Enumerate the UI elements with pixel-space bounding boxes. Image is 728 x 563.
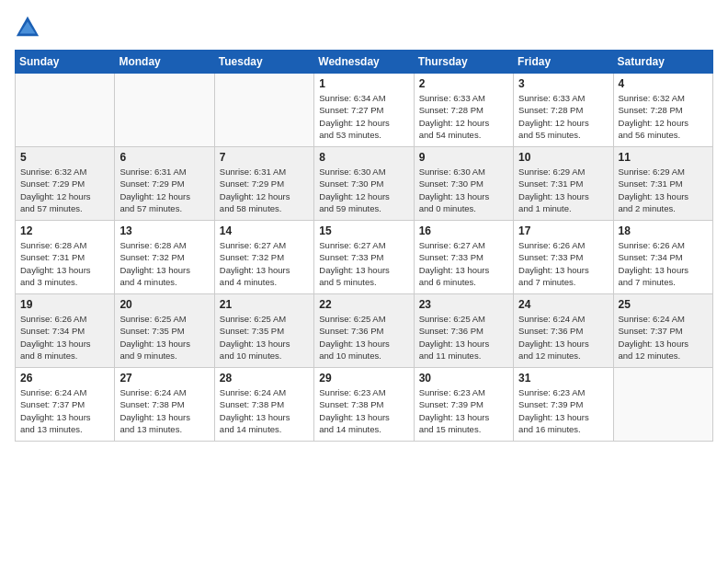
day-number: 11 [619,151,708,164]
day-info: Sunrise: 6:24 AM Sunset: 7:36 PM Dayligh… [518,313,608,362]
day-info: Sunrise: 6:24 AM Sunset: 7:38 PM Dayligh… [119,386,209,435]
calendar-cell: 29Sunrise: 6:23 AM Sunset: 7:38 PM Dayli… [314,368,414,442]
day-number: 6 [119,151,209,164]
day-number: 16 [419,224,508,237]
calendar-cell: 19Sunrise: 6:26 AM Sunset: 7:34 PM Dayli… [16,294,115,368]
day-info: Sunrise: 6:23 AM Sunset: 7:38 PM Dayligh… [319,386,408,435]
day-number: 30 [419,372,508,385]
calendar-cell [613,368,712,442]
header-tuesday: Tuesday [214,51,313,74]
calendar-cell: 5Sunrise: 6:32 AM Sunset: 7:29 PM Daylig… [16,147,115,221]
header-thursday: Thursday [414,51,513,74]
calendar-cell: 6Sunrise: 6:31 AM Sunset: 7:29 PM Daylig… [115,147,214,221]
calendar-cell: 26Sunrise: 6:24 AM Sunset: 7:37 PM Dayli… [16,368,115,442]
day-info: Sunrise: 6:25 AM Sunset: 7:35 PM Dayligh… [119,313,209,362]
day-info: Sunrise: 6:26 AM Sunset: 7:34 PM Dayligh… [619,239,708,288]
calendar-cell [115,74,214,147]
day-number: 18 [619,224,708,237]
day-number: 12 [20,224,109,237]
calendar-body: 1Sunrise: 6:34 AM Sunset: 7:27 PM Daylig… [16,74,713,442]
calendar-cell: 9Sunrise: 6:30 AM Sunset: 7:30 PM Daylig… [414,147,513,221]
day-info: Sunrise: 6:27 AM Sunset: 7:32 PM Dayligh… [220,239,309,288]
day-number: 17 [518,224,608,237]
day-info: Sunrise: 6:25 AM Sunset: 7:36 PM Dayligh… [419,313,508,362]
day-info: Sunrise: 6:25 AM Sunset: 7:35 PM Dayligh… [220,313,309,362]
calendar-cell: 20Sunrise: 6:25 AM Sunset: 7:35 PM Dayli… [115,294,214,368]
page-header [15,15,713,40]
calendar-cell: 15Sunrise: 6:27 AM Sunset: 7:33 PM Dayli… [314,221,414,294]
day-info: Sunrise: 6:24 AM Sunset: 7:38 PM Dayligh… [220,386,309,435]
day-number: 5 [20,151,109,164]
calendar-cell [214,74,313,147]
week-row-2: 12Sunrise: 6:28 AM Sunset: 7:31 PM Dayli… [16,221,713,294]
calendar-cell: 17Sunrise: 6:26 AM Sunset: 7:33 PM Dayli… [514,221,613,294]
calendar-cell: 31Sunrise: 6:23 AM Sunset: 7:39 PM Dayli… [514,368,613,442]
day-info: Sunrise: 6:31 AM Sunset: 7:29 PM Dayligh… [119,166,209,214]
day-number: 2 [419,77,508,90]
day-number: 3 [518,77,608,90]
day-number: 24 [518,298,608,311]
calendar-cell: 10Sunrise: 6:29 AM Sunset: 7:31 PM Dayli… [514,147,613,221]
calendar-cell: 16Sunrise: 6:27 AM Sunset: 7:33 PM Dayli… [414,221,513,294]
day-info: Sunrise: 6:30 AM Sunset: 7:30 PM Dayligh… [419,166,508,214]
calendar-cell: 28Sunrise: 6:24 AM Sunset: 7:38 PM Dayli… [214,368,313,442]
calendar-table: SundayMondayTuesdayWednesdayThursdayFrid… [15,50,713,442]
day-info: Sunrise: 6:32 AM Sunset: 7:29 PM Dayligh… [20,166,109,214]
day-number: 14 [220,224,309,237]
calendar-cell: 30Sunrise: 6:23 AM Sunset: 7:39 PM Dayli… [414,368,513,442]
calendar-cell: 4Sunrise: 6:32 AM Sunset: 7:28 PM Daylig… [613,74,712,147]
day-number: 1 [319,77,408,90]
day-info: Sunrise: 6:28 AM Sunset: 7:32 PM Dayligh… [119,239,209,288]
header-monday: Monday [115,51,214,74]
logo [15,15,44,40]
calendar-cell: 24Sunrise: 6:24 AM Sunset: 7:36 PM Dayli… [514,294,613,368]
day-number: 27 [119,372,209,385]
day-number: 21 [220,298,309,311]
day-info: Sunrise: 6:33 AM Sunset: 7:28 PM Dayligh… [419,92,508,141]
day-number: 25 [619,298,708,311]
day-info: Sunrise: 6:33 AM Sunset: 7:28 PM Dayligh… [518,92,608,141]
day-number: 15 [319,224,408,237]
day-number: 19 [20,298,109,311]
day-number: 13 [119,224,209,237]
day-number: 10 [518,151,608,164]
calendar-cell: 8Sunrise: 6:30 AM Sunset: 7:30 PM Daylig… [314,147,414,221]
day-info: Sunrise: 6:24 AM Sunset: 7:37 PM Dayligh… [20,386,109,435]
calendar-cell: 14Sunrise: 6:27 AM Sunset: 7:32 PM Dayli… [214,221,313,294]
day-number: 29 [319,372,408,385]
day-number: 7 [220,151,309,164]
day-info: Sunrise: 6:23 AM Sunset: 7:39 PM Dayligh… [419,386,508,435]
calendar-cell: 11Sunrise: 6:29 AM Sunset: 7:31 PM Dayli… [613,147,712,221]
day-info: Sunrise: 6:29 AM Sunset: 7:31 PM Dayligh… [619,166,708,214]
calendar-cell: 13Sunrise: 6:28 AM Sunset: 7:32 PM Dayli… [115,221,214,294]
day-number: 20 [119,298,209,311]
header-saturday: Saturday [613,51,712,74]
week-row-3: 19Sunrise: 6:26 AM Sunset: 7:34 PM Dayli… [16,294,713,368]
calendar-cell: 23Sunrise: 6:25 AM Sunset: 7:36 PM Dayli… [414,294,513,368]
calendar-cell: 22Sunrise: 6:25 AM Sunset: 7:36 PM Dayli… [314,294,414,368]
day-info: Sunrise: 6:30 AM Sunset: 7:30 PM Dayligh… [319,166,408,214]
day-info: Sunrise: 6:28 AM Sunset: 7:31 PM Dayligh… [20,239,109,288]
day-number: 8 [319,151,408,164]
logo-icon [15,15,40,40]
day-info: Sunrise: 6:34 AM Sunset: 7:27 PM Dayligh… [319,92,408,141]
day-number: 23 [419,298,508,311]
calendar-cell: 12Sunrise: 6:28 AM Sunset: 7:31 PM Dayli… [16,221,115,294]
day-info: Sunrise: 6:29 AM Sunset: 7:31 PM Dayligh… [518,166,608,214]
day-info: Sunrise: 6:31 AM Sunset: 7:29 PM Dayligh… [220,166,309,214]
day-number: 31 [518,372,608,385]
day-info: Sunrise: 6:26 AM Sunset: 7:33 PM Dayligh… [518,239,608,288]
calendar-cell: 2Sunrise: 6:33 AM Sunset: 7:28 PM Daylig… [414,74,513,147]
week-row-1: 5Sunrise: 6:32 AM Sunset: 7:29 PM Daylig… [16,147,713,221]
day-number: 9 [419,151,508,164]
calendar-cell: 7Sunrise: 6:31 AM Sunset: 7:29 PM Daylig… [214,147,313,221]
day-info: Sunrise: 6:24 AM Sunset: 7:37 PM Dayligh… [619,313,708,362]
day-info: Sunrise: 6:27 AM Sunset: 7:33 PM Dayligh… [419,239,508,288]
header-wednesday: Wednesday [314,51,414,74]
header-row: SundayMondayTuesdayWednesdayThursdayFrid… [16,51,713,74]
day-info: Sunrise: 6:25 AM Sunset: 7:36 PM Dayligh… [319,313,408,362]
day-number: 28 [220,372,309,385]
day-info: Sunrise: 6:32 AM Sunset: 7:28 PM Dayligh… [619,92,708,141]
day-info: Sunrise: 6:26 AM Sunset: 7:34 PM Dayligh… [20,313,109,362]
week-row-4: 26Sunrise: 6:24 AM Sunset: 7:37 PM Dayli… [16,368,713,442]
